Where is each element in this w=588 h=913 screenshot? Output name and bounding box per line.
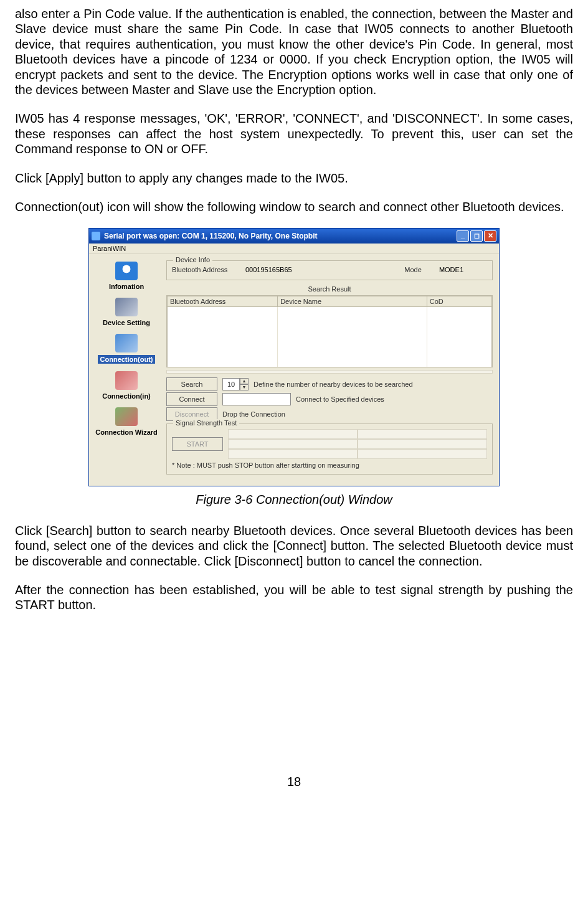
figure-caption: Figure 3-6 Connection(out) Window xyxy=(15,493,573,507)
stepper-down-icon[interactable]: ▼ xyxy=(240,384,249,390)
connect-hint: Connect to Specified devices xyxy=(296,395,384,403)
main-panel: Device Info Bluetooth Address 000195165B… xyxy=(164,254,499,486)
col-bt-address[interactable]: Bluetooth Address xyxy=(168,296,278,307)
mode-value: MODE1 xyxy=(439,266,463,273)
table-row[interactable] xyxy=(168,337,492,347)
signal-strength-group: Signal Strength Test START * Note : MUST… xyxy=(166,423,493,475)
para-3: Click [Apply] button to apply any change… xyxy=(15,171,573,186)
sidebar-label-information: Infomation xyxy=(109,283,144,290)
para-4: Connection(out) icon will show the follo… xyxy=(15,199,573,214)
para-5: Click [Search] button to search nearby B… xyxy=(15,523,573,569)
table-row[interactable] xyxy=(168,347,492,357)
sidebar: Infomation Device Setting Connection(out… xyxy=(89,254,164,486)
connection-out-icon xyxy=(115,334,138,352)
info-icon xyxy=(115,262,138,280)
start-button[interactable]: START xyxy=(172,437,223,451)
sidebar-item-connection-wizard[interactable]: Connection Wizard xyxy=(92,407,161,436)
table-row[interactable] xyxy=(168,357,492,367)
window-title: Serial port was open: COM 1, 115200, No … xyxy=(104,232,318,240)
minimize-button[interactable]: _ xyxy=(457,230,469,242)
device-info-legend: Device Info xyxy=(173,256,212,263)
signal-note: * Note : MUST push STOP button after sta… xyxy=(172,461,487,469)
sidebar-item-information[interactable]: Infomation xyxy=(92,262,161,290)
search-hint: Define the number of nearby devices to b… xyxy=(254,381,413,388)
device-info-group: Device Info Bluetooth Address 000195165B… xyxy=(166,260,493,280)
search-count-value[interactable]: 10 xyxy=(222,378,240,390)
sidebar-label-connection-wizard: Connection Wizard xyxy=(95,428,158,436)
table-row[interactable] xyxy=(168,307,492,317)
progress-bar xyxy=(166,370,493,374)
sidebar-item-connection-out[interactable]: Connection(out) xyxy=(92,334,161,364)
connection-wizard-icon xyxy=(115,407,138,426)
sidebar-item-device-setting[interactable]: Device Setting xyxy=(92,298,161,326)
stepper-up-icon[interactable]: ▲ xyxy=(240,378,249,384)
connection-in-icon xyxy=(115,371,138,390)
para-1: also enter a Pin Code value. If the auth… xyxy=(15,6,573,97)
col-cod[interactable]: CoD xyxy=(427,296,491,307)
para-2: IW05 has 4 response messages, 'OK', 'ERR… xyxy=(15,111,573,156)
bt-address-value: 000195165B65 xyxy=(245,266,292,273)
sidebar-label-device-setting: Device Setting xyxy=(103,319,150,326)
para-6: After the connection has been establishe… xyxy=(15,582,573,613)
device-setting-icon xyxy=(115,298,138,316)
bt-address-label: Bluetooth Address xyxy=(172,266,240,273)
search-button[interactable]: Search xyxy=(166,377,217,391)
mode-label: Mode xyxy=(404,266,422,273)
search-result-table[interactable]: Bluetooth Address Device Name CoD xyxy=(166,295,493,367)
page-number: 18 xyxy=(15,775,573,789)
disconnect-hint: Drop the Connection xyxy=(222,410,285,418)
menu-bar[interactable]: ParaniWIN xyxy=(89,244,499,254)
table-header-row: Bluetooth Address Device Name CoD xyxy=(168,296,492,307)
col-device-name[interactable]: Device Name xyxy=(278,296,427,307)
table-row[interactable] xyxy=(168,317,492,327)
connect-address-input[interactable] xyxy=(222,393,291,405)
signal-strength-legend: Signal Strength Test xyxy=(173,419,239,427)
sidebar-label-connection-out: Connection(out) xyxy=(98,355,156,364)
search-count-stepper[interactable]: 10 ▲ ▼ xyxy=(222,378,249,390)
connect-button[interactable]: Connect xyxy=(166,392,217,406)
titlebar[interactable]: Serial port was open: COM 1, 115200, No … xyxy=(89,229,499,244)
app-window: Serial port was open: COM 1, 115200, No … xyxy=(88,228,500,486)
close-button[interactable]: ✕ xyxy=(484,230,496,242)
table-row[interactable] xyxy=(168,327,492,337)
search-result-title: Search Result xyxy=(166,285,493,293)
maximize-button[interactable]: ◻ xyxy=(470,230,483,242)
sidebar-item-connection-in[interactable]: Connection(in) xyxy=(92,371,161,400)
app-icon xyxy=(92,232,100,240)
sidebar-label-connection-in: Connection(in) xyxy=(102,392,151,400)
signal-grid xyxy=(228,429,487,459)
